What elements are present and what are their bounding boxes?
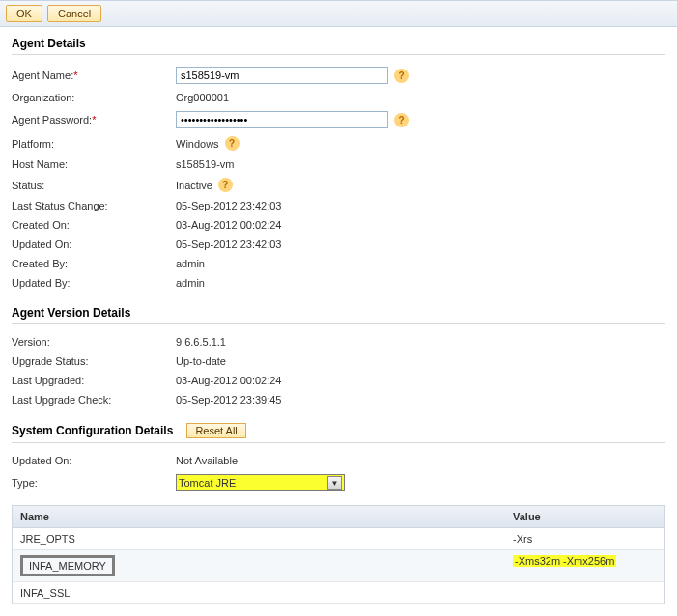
help-icon[interactable]: ?: [225, 136, 240, 151]
cell-name: INFA_SSL: [13, 582, 505, 603]
type-select-value: Tomcat JRE: [179, 477, 236, 489]
col-header-name: Name: [13, 506, 505, 527]
ok-button[interactable]: OK: [6, 5, 42, 22]
status-value: Inactive: [176, 180, 212, 191]
updated-on-value: 05-Sep-2012 23:42:03: [176, 238, 281, 250]
cancel-button[interactable]: Cancel: [47, 5, 101, 22]
last-upgraded-value: 03-Aug-2012 00:02:24: [176, 375, 281, 386]
created-on-value: 03-Aug-2012 00:02:24: [176, 219, 281, 231]
syscfg-updated-on-value: Not Available: [176, 455, 238, 466]
type-select[interactable]: Tomcat JRE ▼: [176, 474, 345, 491]
agent-name-input[interactable]: [176, 67, 388, 84]
table-row[interactable]: JRE_OPTS -Xrs: [13, 528, 664, 550]
help-icon[interactable]: ?: [394, 113, 409, 127]
platform-value: Windows: [176, 138, 219, 150]
platform-label: Platform:: [12, 138, 176, 150]
chevron-down-icon: ▼: [327, 476, 342, 490]
version-label: Version:: [12, 336, 176, 348]
table-row[interactable]: INFA_MEMORY -Xms32m -Xmx256m: [13, 550, 664, 582]
organization-value: Org000001: [176, 92, 229, 103]
last-upgrade-check-value: 05-Sep-2012 23:39:45: [176, 394, 281, 406]
last-status-change-label: Last Status Change:: [12, 200, 176, 211]
updated-by-value: admin: [176, 277, 205, 289]
updated-on-label: Updated On:: [12, 238, 176, 250]
system-config-title: System Configuration Details Reset All: [12, 423, 665, 443]
created-by-label: Created By:: [12, 258, 176, 269]
type-label: Type:: [12, 477, 176, 489]
col-header-value: Value: [505, 506, 664, 527]
organization-label: Organization:: [12, 92, 176, 103]
cell-value: -Xms32m -Xmx256m: [505, 550, 664, 581]
updated-by-label: Updated By:: [12, 277, 176, 289]
help-icon[interactable]: ?: [394, 69, 409, 83]
upgrade-status-value: Up-to-date: [176, 355, 226, 367]
cell-name: JRE_OPTS: [13, 528, 505, 549]
last-upgraded-label: Last Upgraded:: [12, 375, 176, 386]
agent-name-label: Agent Name:*: [12, 70, 176, 81]
action-toolbar: OK Cancel: [0, 0, 677, 27]
help-icon[interactable]: ?: [218, 178, 233, 192]
agent-version-details-title: Agent Version Details: [12, 306, 665, 324]
version-value: 9.6.6.5.1.1: [176, 336, 226, 348]
created-by-value: admin: [176, 258, 205, 269]
cell-value: -Xrs: [505, 528, 664, 549]
syscfg-updated-on-label: Updated On:: [12, 455, 176, 466]
upgrade-status-label: Upgrade Status:: [12, 355, 176, 367]
created-on-label: Created On:: [12, 219, 176, 231]
host-name-value: s158519-vm: [176, 158, 235, 170]
status-label: Status:: [12, 180, 176, 191]
config-grid: Name Value JRE_OPTS -Xrs INFA_MEMORY -Xm…: [12, 505, 665, 604]
host-name-label: Host Name:: [12, 158, 176, 170]
cell-value: [505, 582, 664, 603]
cell-name: INFA_MEMORY: [13, 550, 505, 581]
reset-all-button[interactable]: Reset All: [186, 423, 245, 438]
agent-details-title: Agent Details: [12, 37, 665, 55]
agent-password-input[interactable]: [176, 111, 388, 128]
last-upgrade-check-label: Last Upgrade Check:: [12, 394, 176, 406]
last-status-change-value: 05-Sep-2012 23:42:03: [176, 200, 281, 211]
table-row[interactable]: INFA_SSL: [13, 582, 664, 604]
agent-password-label: Agent Password:*: [12, 114, 176, 126]
